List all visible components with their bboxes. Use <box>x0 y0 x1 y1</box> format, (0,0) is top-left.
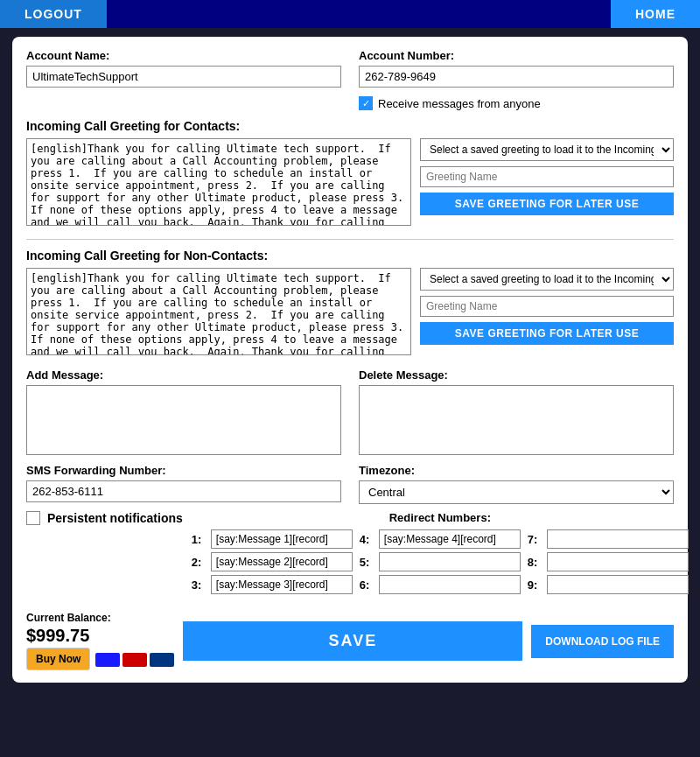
redirect-item-4: 4: <box>360 529 521 549</box>
redirect-label-2: 2: <box>192 556 207 569</box>
persistent-redirect-row: Persistent notifications Redirect Number… <box>26 511 674 603</box>
noncontacts-greeting-textarea[interactable] <box>26 268 411 355</box>
redirect-item-8: 8: <box>528 552 689 571</box>
redirect-col-3: 7: 8: 9: <box>528 529 689 594</box>
contacts-save-greeting-button[interactable]: SAVE GREETING FOR LATER USE <box>420 193 674 215</box>
account-name-input[interactable] <box>26 66 341 88</box>
visa-icon <box>95 653 120 667</box>
main-container: Account Name: Account Number: ✓ Receive … <box>0 28 700 691</box>
account-row: Account Name: Account Number: ✓ Receive … <box>26 49 674 110</box>
contacts-greeting-section: Select a saved greeting to load it to th… <box>26 138 674 228</box>
top-nav: LOGOUT HOME <box>0 0 700 28</box>
redirect-input-2[interactable] <box>211 552 353 571</box>
redirect-item-7: 7: <box>528 529 689 549</box>
timezone-label: Timezone: <box>359 464 674 477</box>
timezone-select[interactable]: Central Eastern Mountain Pacific <box>359 480 674 504</box>
contacts-greeting-textarea[interactable] <box>26 138 411 226</box>
amex-icon <box>150 653 174 667</box>
redirect-label-8: 8: <box>528 556 543 569</box>
divider-1 <box>26 239 674 240</box>
persistent-checkbox[interactable] <box>26 511 40 525</box>
redirect-label-7: 7: <box>528 533 543 546</box>
redirect-label-9: 9: <box>528 578 543 592</box>
redirect-item-5: 5: <box>360 552 521 571</box>
contacts-greeting-name-input[interactable] <box>420 166 674 187</box>
timezone-group: Timezone: Central Eastern Mountain Pacif… <box>359 464 674 504</box>
delete-message-group: Delete Message: <box>359 368 674 455</box>
redirect-col-2: 4: 5: 6: <box>360 529 521 594</box>
balance-amount: $999.75 <box>26 626 174 646</box>
receive-messages-checkbox[interactable]: ✓ <box>359 96 373 110</box>
redirect-input-6[interactable] <box>379 575 521 594</box>
message-row: Add Message: Delete Message: <box>26 368 674 455</box>
payment-icons <box>95 653 174 667</box>
bottom-bar: Current Balance: $999.75 Buy Now SAVE DO… <box>26 612 674 670</box>
account-number-input[interactable] <box>359 66 674 88</box>
redirect-item-3: 3: <box>192 575 353 594</box>
logout-button[interactable]: LOGOUT <box>0 0 107 28</box>
persistent-checkbox-row: Persistent notifications <box>26 511 183 525</box>
redirect-item-6: 6: <box>360 575 521 594</box>
balance-label: Current Balance: <box>26 612 174 624</box>
redirect-input-4[interactable] <box>379 529 521 549</box>
redirect-input-7[interactable] <box>547 529 689 549</box>
redirect-section: Redirect Numbers: 1: 2: 3: <box>192 511 689 594</box>
mastercard-icon <box>122 653 147 667</box>
receive-messages-label: Receive messages from anyone <box>378 97 541 110</box>
delete-message-label: Delete Message: <box>359 368 674 382</box>
sms-input[interactable] <box>26 480 341 502</box>
card: Account Name: Account Number: ✓ Receive … <box>12 37 688 683</box>
redirect-item-9: 9: <box>528 575 689 594</box>
add-message-group: Add Message: <box>26 368 341 455</box>
redirect-label-1: 1: <box>192 533 207 546</box>
noncontacts-greeting-right: Select a saved greeting to load it to th… <box>420 268 674 358</box>
redirect-label-6: 6: <box>360 578 375 592</box>
redirect-input-3[interactable] <box>211 575 353 594</box>
home-button[interactable]: HOME <box>611 0 700 28</box>
persistent-group: Persistent notifications <box>26 511 192 534</box>
receive-messages-row: ✓ Receive messages from anyone <box>359 96 674 110</box>
noncontacts-greeting-left <box>26 268 411 358</box>
redirect-title: Redirect Numbers: <box>192 511 689 524</box>
redirect-input-8[interactable] <box>547 552 689 571</box>
noncontacts-greeting-select[interactable]: Select a saved greeting to load it to th… <box>420 268 674 291</box>
redirect-item-2: 2: <box>192 552 353 571</box>
add-message-textarea[interactable] <box>26 385 341 455</box>
contacts-greeting-title: Incoming Call Greeting for Contacts: <box>26 119 674 133</box>
redirect-item-1: 1: <box>192 529 353 549</box>
download-log-button[interactable]: DOWNLOAD LOG FILE <box>531 625 674 658</box>
sms-label: SMS Forwarding Number: <box>26 464 341 477</box>
redirect-grid: 1: 2: 3: <box>192 529 689 594</box>
noncontacts-greeting-section: Select a saved greeting to load it to th… <box>26 268 674 358</box>
redirect-input-9[interactable] <box>547 575 689 594</box>
buy-now-button[interactable]: Buy Now <box>26 648 90 670</box>
save-button[interactable]: SAVE <box>183 621 522 661</box>
noncontacts-save-greeting-button[interactable]: SAVE GREETING FOR LATER USE <box>420 322 674 345</box>
account-number-label: Account Number: <box>359 49 674 62</box>
redirect-label-5: 5: <box>360 556 375 569</box>
contacts-greeting-right: Select a saved greeting to load it to th… <box>420 138 674 228</box>
add-message-label: Add Message: <box>26 368 341 382</box>
balance-box: Current Balance: $999.75 Buy Now <box>26 612 174 670</box>
delete-message-textarea[interactable] <box>359 385 674 455</box>
noncontacts-greeting-name-input[interactable] <box>420 296 674 317</box>
account-number-group: Account Number: ✓ Receive messages from … <box>359 49 674 110</box>
redirect-input-5[interactable] <box>379 552 521 571</box>
sms-group: SMS Forwarding Number: <box>26 464 341 504</box>
redirect-label-3: 3: <box>192 578 207 592</box>
contacts-greeting-select[interactable]: Select a saved greeting to load it to th… <box>420 138 674 161</box>
account-name-group: Account Name: <box>26 49 341 110</box>
noncontacts-greeting-title: Incoming Call Greeting for Non-Contacts: <box>26 249 674 263</box>
redirect-input-1[interactable] <box>211 529 353 549</box>
sms-timezone-row: SMS Forwarding Number: Timezone: Central… <box>26 464 674 504</box>
persistent-label: Persistent notifications <box>47 511 183 525</box>
account-name-label: Account Name: <box>26 49 341 62</box>
redirect-col-1: 1: 2: 3: <box>192 529 353 594</box>
buy-now-row: Buy Now <box>26 648 174 670</box>
redirect-label-4: 4: <box>360 533 375 546</box>
contacts-greeting-left <box>26 138 411 228</box>
